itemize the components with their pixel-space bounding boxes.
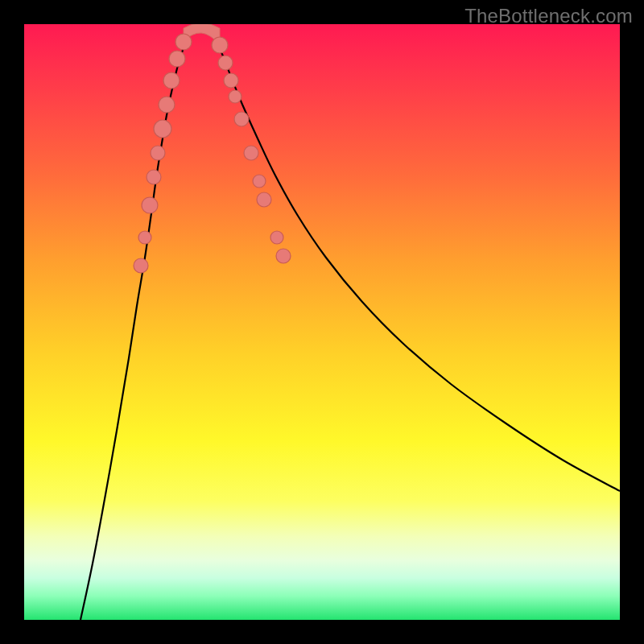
data-point xyxy=(159,97,175,113)
data-point xyxy=(175,34,192,50)
data-point xyxy=(169,51,185,67)
dots-left xyxy=(134,34,192,273)
data-point xyxy=(134,258,148,273)
data-point xyxy=(253,175,266,188)
data-point xyxy=(163,72,180,89)
data-point xyxy=(138,231,151,244)
dots-right xyxy=(212,37,291,263)
data-point xyxy=(257,192,271,207)
data-point xyxy=(147,170,161,184)
right-curve xyxy=(213,35,620,491)
chart-svg xyxy=(24,24,620,620)
data-point xyxy=(224,73,238,88)
data-point xyxy=(229,90,242,103)
chart-frame: TheBottleneck.com xyxy=(0,0,644,644)
data-point xyxy=(218,56,233,70)
data-point xyxy=(142,197,158,213)
data-point xyxy=(151,146,165,160)
watermark-text: TheBottleneck.com xyxy=(464,5,633,27)
data-point xyxy=(154,120,171,138)
plot-area xyxy=(24,24,620,620)
data-point xyxy=(244,146,258,160)
data-point xyxy=(234,112,249,126)
left-curve xyxy=(80,35,190,620)
data-point xyxy=(276,249,291,263)
data-point xyxy=(212,37,228,53)
data-point xyxy=(270,231,283,244)
